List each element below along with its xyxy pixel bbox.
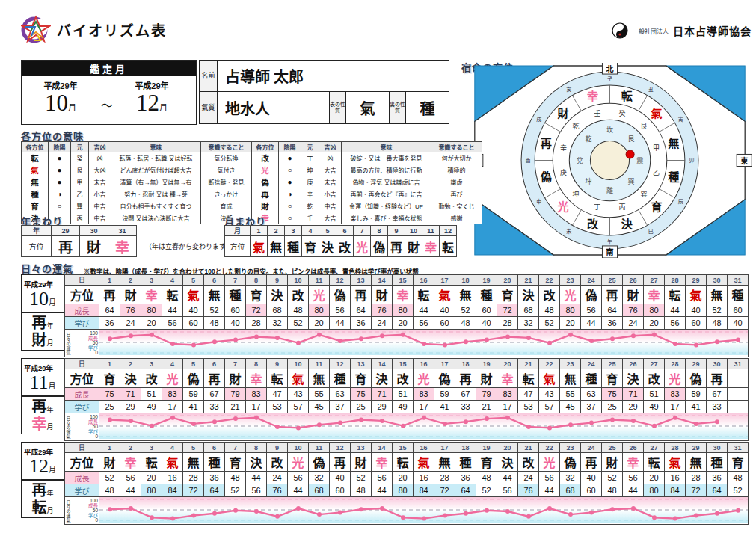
compass-gen: 坤 (573, 190, 580, 198)
kikkyo-cell: 大吉 (319, 164, 342, 176)
day-number: 7 (225, 359, 246, 369)
houi-cell: 無 (455, 286, 476, 304)
growth-line-chart (99, 330, 749, 355)
growth-cell: 36 (204, 472, 225, 484)
houi-cell: 改 (644, 369, 665, 388)
month-suffix: 月 (46, 423, 53, 431)
learn-cell: 20 (309, 317, 330, 330)
growth-point (275, 514, 280, 519)
day-number: 19 (476, 359, 497, 369)
ishiki-cell: 断捨離・発見 (201, 176, 252, 188)
imi-cell: どん底だが気付けば超大吉 (111, 164, 201, 176)
growth-point (673, 517, 677, 521)
meanings-header: 元 (71, 142, 89, 152)
month-houi-cell: 偽 (371, 236, 388, 257)
growth-cell: 52 (351, 472, 372, 484)
day-number: 29 (686, 275, 707, 286)
growth-point (610, 418, 615, 422)
ishiki-cell: 積極的 (431, 164, 482, 176)
kikkyo-cell: 凶 (89, 152, 111, 164)
compass-gen: 甲 (653, 144, 660, 152)
growth-point (464, 339, 468, 344)
year-houi-char: 再 (31, 315, 46, 331)
growth-cell: 80 (141, 304, 162, 317)
houi-cell: 幸 (246, 369, 267, 388)
growth-cell: 75 (351, 388, 372, 401)
growth-row-label: 成長 (65, 388, 99, 401)
houi-cell: 光 (162, 369, 183, 388)
houi-cell: 幸 (120, 453, 141, 472)
month-label-column: 平成29年 10月 再年 財月 (21, 274, 64, 351)
day-number: 19 (476, 443, 497, 453)
growth-point (715, 339, 719, 344)
day-number: 18 (455, 275, 476, 286)
month-cell: 2 (268, 226, 285, 236)
growth-cell: 24 (518, 472, 539, 484)
month-cell: 8 (371, 226, 388, 236)
learn-cell: 80 (644, 484, 665, 497)
org-star-logo (21, 15, 51, 43)
day-number: 31 (728, 275, 749, 286)
chart-axis-label: 日々の運氣 (66, 330, 70, 356)
growth-point (464, 419, 468, 424)
year-houi-char: 再 (31, 482, 46, 499)
growth-point (631, 419, 636, 423)
compass-word: 改 (587, 218, 599, 230)
houi-cell: 光 (539, 453, 560, 472)
day-row-label: 日 (65, 443, 99, 453)
houi-cell: 光 (288, 453, 309, 472)
growth-point (150, 515, 154, 520)
month-houi-cell: 再 (388, 236, 405, 257)
growth-point (380, 419, 384, 423)
learn-cell: 48 (204, 317, 225, 330)
growth-cell: 72 (497, 304, 518, 317)
compass-word: 光 (557, 200, 569, 213)
day-number: 8 (246, 443, 267, 453)
trigram-char: 離 (606, 186, 613, 194)
inyo-cell: ○ (279, 164, 301, 176)
day-number: 25 (602, 275, 623, 286)
houi-cell: 決 (623, 369, 644, 388)
houi-cell: 決 (372, 369, 393, 388)
learn-cell: 44 (120, 484, 141, 497)
day-number: 28 (665, 359, 686, 369)
year-houi-cell: 幸 (108, 236, 137, 257)
houi-cell: 光 (252, 164, 279, 176)
learn-cell: 25 (602, 401, 623, 413)
day-number: 22 (539, 443, 560, 453)
houi-cell: 氣 (414, 453, 434, 472)
month-houi-cell: 育 (302, 236, 319, 257)
growth-cell: 79 (476, 388, 497, 401)
month-houi-cell: 財 (405, 236, 422, 257)
growth-cell: 52 (707, 304, 728, 317)
growth-point (150, 424, 154, 428)
houi-cell: 育 (22, 200, 49, 212)
houi-cell: 財 (252, 200, 279, 212)
houi-cell: 氣 (539, 369, 560, 388)
growth-cell: 28 (434, 472, 455, 484)
meanings-header: 各方位 (22, 142, 49, 152)
learn-row-label: 学び (65, 484, 99, 497)
learn-cell: 56 (246, 484, 267, 497)
growth-point (129, 333, 133, 338)
month-houi-cell: 決 (319, 236, 336, 257)
imi-cell: 清算（有→無）又は無→有 (111, 176, 201, 188)
day-number: 25 (602, 359, 623, 369)
growth-point (610, 507, 615, 511)
houi-cell: 氣 (162, 453, 183, 472)
trigram-char: 艮 (627, 135, 634, 143)
houi-cell: 決 (518, 286, 539, 304)
growth-point (485, 508, 489, 513)
inyo-cell: ○ (49, 200, 71, 212)
growth-cell: 55 (309, 388, 330, 401)
growth-cell: 80 (393, 304, 414, 317)
learn-cell: 33 (204, 401, 225, 413)
day-number: 14 (372, 443, 393, 453)
assessment-month-end: 12 (136, 90, 159, 116)
growth-cell: 68 (267, 304, 288, 317)
meanings-header: 元 (301, 142, 319, 152)
learn-cell: 48 (99, 484, 120, 497)
learn-cell: 64 (204, 484, 225, 497)
growth-point (485, 338, 489, 342)
chart-axis-label: 日々の運氣 (66, 498, 70, 523)
